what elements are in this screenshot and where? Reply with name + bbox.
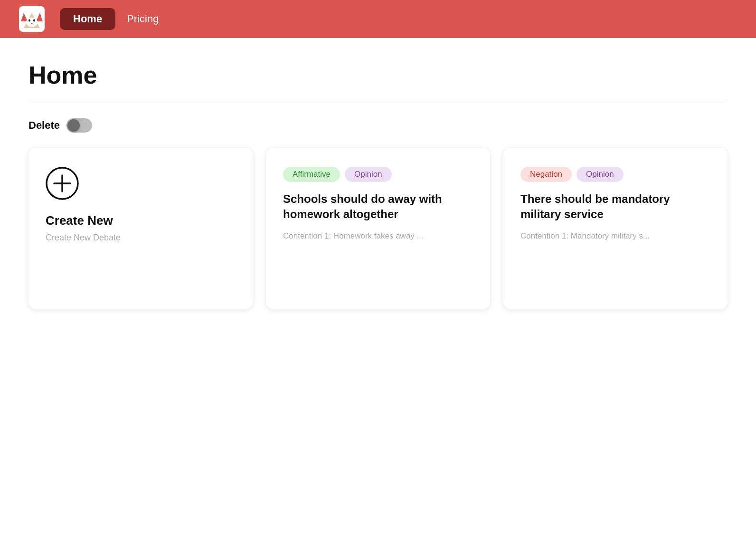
create-new-icon [46,167,79,200]
delete-toggle[interactable] [66,118,92,133]
pricing-nav-button[interactable]: Pricing [127,13,159,25]
create-new-card[interactable]: Create New Create New Debate [28,148,253,309]
svg-point-7 [31,23,33,24]
toggle-thumb [67,119,80,132]
debate-preview-2: Contention 1: Mandatory military s... [520,230,710,242]
logo-icon [19,6,45,32]
cards-grid: Create New Create New Debate Affirmative… [28,148,728,309]
divider [28,99,728,99]
navbar: Home Pricing [0,0,756,38]
debate-card-2[interactable]: Negation Opinion There should be mandato… [503,148,728,309]
page-title: Home [28,61,728,89]
badge-opinion-2: Opinion [576,167,624,182]
svg-point-6 [33,19,35,22]
badge-opinion-1: Opinion [345,167,392,182]
home-nav-button[interactable]: Home [60,8,115,30]
create-new-title: Create New [46,213,236,228]
badge-affirmative: Affirmative [283,167,340,182]
badge-negation: Negation [520,167,572,182]
delete-label: Delete [28,119,60,132]
badge-row-1: Affirmative Opinion [283,167,473,182]
create-new-subtitle: Create New Debate [46,233,236,243]
debate-card-1[interactable]: Affirmative Opinion Schools should do aw… [266,148,490,309]
debate-title-1: Schools should do away with homework alt… [283,191,473,222]
main-content: Home Delete Create New Create New Debate… [0,38,756,332]
debate-title-2: There should be mandatory military servi… [520,191,710,222]
svg-point-4 [26,18,38,27]
badge-row-2: Negation Opinion [520,167,710,182]
svg-point-5 [28,19,30,22]
debate-preview-1: Contention 1: Homework takes away ... [283,230,473,242]
delete-toggle-row: Delete [28,118,728,133]
